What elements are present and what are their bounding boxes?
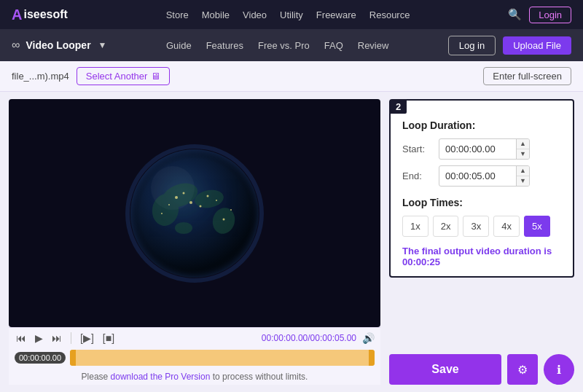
loop-settings-panel: 2 Loop Duration: Start: ▲ ▼ End: ▲ bbox=[389, 99, 574, 278]
output-duration-text: The final output video duration is bbox=[402, 246, 552, 256]
loop-icon: ∞ bbox=[12, 39, 20, 52]
progress-track[interactable] bbox=[70, 350, 375, 366]
progress-handle-right[interactable] bbox=[369, 350, 375, 366]
loop-2x-button[interactable]: 2x bbox=[433, 216, 459, 237]
progress-handle-left[interactable] bbox=[70, 350, 76, 366]
tool-name: Video Looper bbox=[26, 39, 90, 51]
nav-resource[interactable]: Resource bbox=[369, 9, 410, 20]
monitor-icon: 🖥 bbox=[151, 71, 160, 82]
volume-icon[interactable]: 🔊 bbox=[362, 332, 375, 344]
end-time-input-wrap: ▲ ▼ bbox=[439, 165, 530, 187]
nav-store[interactable]: Store bbox=[166, 9, 189, 20]
loop-1x-button[interactable]: 1x bbox=[402, 216, 429, 237]
loop-times-buttons: 1x 2x 3x 4x 5x bbox=[402, 216, 561, 237]
toolbar-left: file_...m).mp4 Select Another 🖥 bbox=[12, 67, 170, 85]
settings-button[interactable]: ⚙ bbox=[507, 354, 538, 385]
logo-text: iseesoft bbox=[23, 8, 67, 21]
output-duration: The final output video duration is 00:00… bbox=[402, 246, 561, 267]
mark-out-button[interactable]: [■] bbox=[101, 331, 116, 345]
svg-point-19 bbox=[151, 166, 195, 210]
sub-nav-faq[interactable]: FAQ bbox=[324, 40, 343, 51]
start-time-input-wrap: ▲ ▼ bbox=[439, 138, 530, 160]
select-another-button[interactable]: Select Another 🖥 bbox=[77, 67, 171, 85]
svg-point-18 bbox=[130, 149, 259, 278]
end-spinner-down[interactable]: ▼ bbox=[517, 176, 529, 186]
top-navigation: A iseesoft Store Mobile Video Utility Fr… bbox=[0, 0, 583, 29]
logo-area: A iseesoft bbox=[12, 7, 68, 23]
sub-nav-features[interactable]: Features bbox=[206, 40, 243, 51]
total-time: /00:00:05.00 bbox=[308, 333, 356, 343]
video-container bbox=[9, 99, 380, 327]
timestamp-badge: 00:00:00.00 bbox=[15, 352, 66, 364]
nav-freeware[interactable]: Freeware bbox=[316, 9, 356, 20]
progress-fill bbox=[70, 350, 375, 366]
tool-title-area: ∞ Video Looper ▼ bbox=[12, 39, 107, 52]
start-spinner-up[interactable]: ▲ bbox=[517, 139, 529, 149]
login-button[interactable]: Login bbox=[529, 7, 571, 23]
download-notice: Please download the Pro Version to proce… bbox=[9, 369, 380, 385]
sub-login-button[interactable]: Log in bbox=[448, 36, 496, 55]
control-separator bbox=[71, 332, 71, 344]
sub-nav-right: Log in Upload File bbox=[448, 36, 571, 55]
end-time-spinners: ▲ ▼ bbox=[516, 166, 529, 186]
file-toolbar: file_...m).mp4 Select Another 🖥 Enter fu… bbox=[0, 61, 583, 92]
loop-times-label: Loop Times: bbox=[402, 197, 561, 208]
step-back-button[interactable]: ⏮ bbox=[15, 331, 28, 345]
start-label: Start: bbox=[402, 144, 431, 154]
end-label: End: bbox=[402, 170, 431, 181]
video-preview bbox=[9, 99, 380, 327]
timeline-bar: 00:00:00.00 bbox=[9, 348, 380, 369]
notice-text-after: to process without limits. bbox=[210, 372, 308, 382]
start-time-spinners: ▲ ▼ bbox=[516, 139, 529, 159]
video-panel: ⏮ ▶ ⏭ [▶] [■] 00:00:00.00/00:00:05.00 🔊 … bbox=[9, 99, 380, 385]
dropdown-arrow-icon[interactable]: ▼ bbox=[98, 40, 107, 50]
step-badge: 2 bbox=[390, 100, 407, 114]
logo-icon: A bbox=[12, 7, 22, 23]
current-time: 00:00:00.00 bbox=[262, 333, 308, 343]
info-button[interactable]: ℹ bbox=[544, 354, 574, 385]
loop-3x-button[interactable]: 3x bbox=[463, 216, 489, 237]
top-nav-links: Store Mobile Video Utility Freeware Reso… bbox=[166, 9, 410, 20]
right-panel: 2 Loop Duration: Start: ▲ ▼ End: ▲ bbox=[389, 99, 574, 385]
fullscreen-button[interactable]: Enter full-screen bbox=[483, 67, 571, 85]
loop-duration-label: Loop Duration: bbox=[402, 119, 561, 131]
nav-video[interactable]: Video bbox=[243, 9, 267, 20]
end-time-row: End: ▲ ▼ bbox=[402, 165, 561, 187]
sub-nav-guide[interactable]: Guide bbox=[166, 40, 192, 51]
loop-4x-button[interactable]: 4x bbox=[493, 216, 520, 237]
sub-nav-review[interactable]: Review bbox=[358, 40, 389, 51]
sub-nav-free-vs-pro[interactable]: Free vs. Pro bbox=[258, 40, 310, 51]
output-duration-value: 00:00:25 bbox=[402, 256, 440, 267]
save-area: Save ⚙ ℹ bbox=[389, 354, 574, 385]
start-spinner-down[interactable]: ▼ bbox=[517, 149, 529, 159]
brand-logo: A iseesoft bbox=[12, 7, 68, 23]
nav-utility[interactable]: Utility bbox=[280, 9, 303, 20]
notice-text-before: Please bbox=[82, 372, 111, 382]
sub-navigation: ∞ Video Looper ▼ Guide Features Free vs.… bbox=[0, 29, 583, 61]
time-display: 00:00:00.00/00:00:05.00 bbox=[262, 333, 356, 343]
select-another-label: Select Another bbox=[86, 71, 148, 82]
mark-in-button[interactable]: [▶] bbox=[79, 331, 95, 345]
upload-file-button[interactable]: Upload File bbox=[503, 36, 571, 55]
main-content: ⏮ ▶ ⏭ [▶] [■] 00:00:00.00/00:00:05.00 🔊 … bbox=[0, 92, 583, 392]
top-nav-right: 🔍 Login bbox=[508, 7, 571, 23]
pro-version-link[interactable]: download the Pro Version bbox=[111, 372, 211, 382]
sub-nav-links: Guide Features Free vs. Pro FAQ Review bbox=[166, 40, 388, 51]
start-time-input[interactable] bbox=[439, 141, 516, 157]
step-forward-button[interactable]: ⏭ bbox=[50, 331, 63, 345]
search-button[interactable]: 🔍 bbox=[508, 8, 522, 21]
filename-label: file_...m).mp4 bbox=[12, 71, 69, 82]
play-button[interactable]: ▶ bbox=[34, 331, 44, 345]
earth-graphic bbox=[122, 141, 267, 286]
nav-mobile[interactable]: Mobile bbox=[202, 9, 230, 20]
save-button[interactable]: Save bbox=[389, 354, 501, 385]
video-controls: ⏮ ▶ ⏭ [▶] [■] 00:00:00.00/00:00:05.00 🔊 bbox=[9, 327, 380, 348]
start-time-row: Start: ▲ ▼ bbox=[402, 138, 561, 160]
end-spinner-up[interactable]: ▲ bbox=[517, 166, 529, 176]
loop-5x-button[interactable]: 5x bbox=[524, 216, 550, 237]
end-time-input[interactable] bbox=[439, 168, 516, 184]
